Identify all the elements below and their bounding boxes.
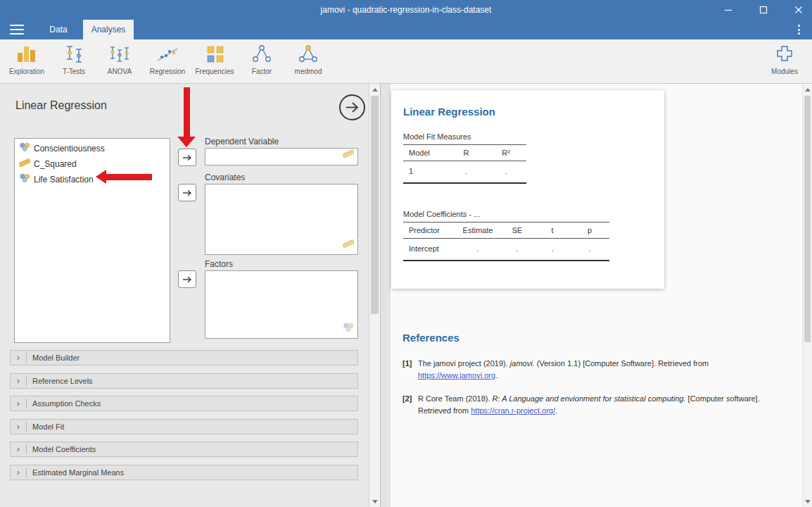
section-label: Assumption Checks bbox=[32, 399, 101, 408]
section-model-builder[interactable]: › Model Builder bbox=[10, 350, 358, 365]
ribbon-item-label: Modules bbox=[760, 68, 809, 75]
section-reference-levels[interactable]: › Reference Levels bbox=[10, 373, 358, 389]
separator bbox=[26, 468, 27, 477]
reference-text-italic: R: A Language and envionment for statist… bbox=[493, 394, 686, 403]
close-button[interactable] bbox=[789, 1, 808, 18]
reference-text-part: (Version 1.1) [Computer Software]. Retri… bbox=[535, 359, 709, 368]
dependent-variable-label: Dependent Variable bbox=[205, 137, 279, 146]
minimize-button[interactable] bbox=[719, 1, 737, 18]
column-header: R² bbox=[486, 145, 526, 161]
ribbon-item-label: ANOVA bbox=[95, 68, 144, 75]
model-coefficients-block: Model Coefficients - ... Predictor Estim… bbox=[403, 210, 609, 261]
table-header-row: Predictor Estimate SE t p bbox=[403, 223, 609, 239]
cell: . bbox=[500, 239, 535, 261]
panel-splitter[interactable] bbox=[380, 84, 391, 507]
column-header: Estimate bbox=[456, 223, 500, 239]
reference-text-italic: jamovi. bbox=[510, 359, 535, 368]
chevron-right-icon: › bbox=[11, 465, 26, 480]
assign-covariates-button[interactable] bbox=[178, 184, 196, 201]
variable-item-conscientiousness[interactable]: Conscientiousness bbox=[15, 141, 170, 156]
references-section: References [1] The jamovi project (2019)… bbox=[402, 332, 797, 428]
factors-input[interactable] bbox=[205, 270, 358, 339]
assign-factors-button[interactable] bbox=[178, 270, 196, 288]
scroll-down-icon[interactable] bbox=[369, 496, 380, 507]
cell: Intercept bbox=[403, 239, 456, 261]
results-title: Linear Regression bbox=[403, 106, 495, 118]
analyses-ribbon: Exploration T-Tests bbox=[0, 39, 812, 84]
cell: 1 bbox=[403, 161, 447, 184]
table-header-row: Model R R² bbox=[403, 145, 526, 161]
results-panel: Linear Regression Model Fit Measures Mod… bbox=[391, 84, 812, 507]
ribbon-item-medmod[interactable]: medmod bbox=[284, 42, 333, 82]
reference-link[interactable]: https://www.jamovi.org bbox=[418, 371, 495, 380]
nominal-balls-icon bbox=[19, 142, 30, 155]
results-card-linear-regression[interactable]: Linear Regression Model Fit Measures Mod… bbox=[391, 90, 664, 289]
section-label: Estimated Marginal Means bbox=[32, 468, 124, 477]
run-analysis-button[interactable] bbox=[339, 94, 365, 120]
modules-plus-icon bbox=[760, 42, 809, 66]
scroll-up-icon[interactable] bbox=[369, 84, 380, 95]
section-label: Model Fit bbox=[32, 423, 64, 431]
reference-text-part: The jamovi project (2019). bbox=[418, 359, 510, 368]
variable-list[interactable]: Conscientiousness C_Squared Life Satisfa… bbox=[14, 138, 170, 343]
variable-name: Conscientiousness bbox=[34, 144, 105, 154]
tab-data[interactable]: Data bbox=[37, 20, 80, 39]
section-model-coefficients[interactable]: › Model Coefficients bbox=[10, 442, 358, 457]
reference-number: [1] bbox=[402, 358, 418, 382]
section-label: Model Coefficients bbox=[32, 445, 96, 453]
covariates-input[interactable] bbox=[205, 184, 358, 255]
ribbon-item-label: Factor bbox=[237, 68, 286, 75]
section-estimated-marginal-means[interactable]: › Estimated Marginal Means bbox=[10, 465, 358, 480]
tab-label: Data bbox=[49, 25, 67, 35]
dependent-variable-input[interactable] bbox=[205, 148, 358, 165]
ribbon-item-anova[interactable]: ANOVA bbox=[95, 42, 144, 82]
ribbon-item-regression[interactable]: Regression bbox=[143, 42, 192, 82]
ribbon-item-frequencies[interactable]: Frequencies bbox=[190, 42, 239, 82]
cell: . bbox=[570, 239, 609, 261]
nominal-balls-icon bbox=[343, 323, 354, 335]
cell: . bbox=[486, 161, 526, 184]
results-scrollbar[interactable] bbox=[802, 84, 812, 507]
maximize-button[interactable] bbox=[754, 1, 773, 18]
tab-analyses[interactable]: Analyses bbox=[83, 20, 134, 39]
model-fit-table: Model R R² 1 . . bbox=[403, 144, 526, 184]
chevron-right-icon: › bbox=[11, 442, 26, 456]
ribbon-item-modules[interactable]: Modules bbox=[760, 42, 809, 82]
ribbon-item-label: Regression bbox=[143, 68, 192, 75]
right-arrow-icon bbox=[182, 276, 192, 283]
scrollbar-thumb[interactable] bbox=[371, 96, 379, 314]
section-model-fit[interactable]: › Model Fit bbox=[10, 419, 358, 434]
hamburger-menu-icon[interactable] bbox=[10, 25, 24, 35]
scroll-down-icon[interactable] bbox=[803, 496, 812, 507]
ribbon-item-factor[interactable]: Factor bbox=[237, 42, 286, 82]
ribbon-item-t-tests[interactable]: T-Tests bbox=[49, 42, 99, 82]
column-header: SE bbox=[500, 223, 535, 239]
analysis-title: Linear Regression bbox=[15, 99, 107, 112]
section-assumption-checks[interactable]: › Assumption Checks bbox=[10, 396, 358, 411]
reference-link[interactable]: https://cran.r-project.org/ bbox=[471, 406, 555, 415]
cell: . bbox=[456, 239, 500, 261]
table-row: 1 . . bbox=[403, 161, 526, 184]
table-caption: Model Coefficients - ... bbox=[403, 210, 609, 218]
cell: . bbox=[535, 239, 570, 261]
tab-label: Analyses bbox=[91, 25, 126, 35]
continuous-ruler-icon bbox=[343, 239, 354, 251]
t-test-icon bbox=[49, 42, 99, 66]
ribbon-item-label: T-Tests bbox=[49, 68, 99, 75]
frequencies-grid-icon bbox=[190, 42, 239, 66]
assign-dependent-variable-button[interactable] bbox=[178, 149, 196, 166]
kebab-menu-icon[interactable] bbox=[792, 23, 805, 36]
titlebar: jamovi - quadratic-regression-in-class-d… bbox=[0, 0, 812, 20]
table-caption: Model Fit Measures bbox=[403, 132, 526, 141]
ribbon-item-exploration[interactable]: Exploration bbox=[2, 42, 51, 82]
ribbon-item-label: Frequencies bbox=[190, 68, 239, 75]
chevron-right-icon: › bbox=[11, 396, 26, 411]
variable-name: Life Satisfaction bbox=[34, 175, 94, 184]
separator bbox=[26, 422, 27, 432]
cell: . bbox=[447, 161, 486, 184]
chevron-right-icon: › bbox=[11, 351, 26, 365]
scrollbar-thumb[interactable] bbox=[804, 96, 811, 342]
options-scrollbar[interactable] bbox=[369, 84, 380, 507]
scroll-up-icon[interactable] bbox=[803, 84, 812, 95]
reference-text-part: R Core Team (2018). bbox=[418, 394, 493, 403]
